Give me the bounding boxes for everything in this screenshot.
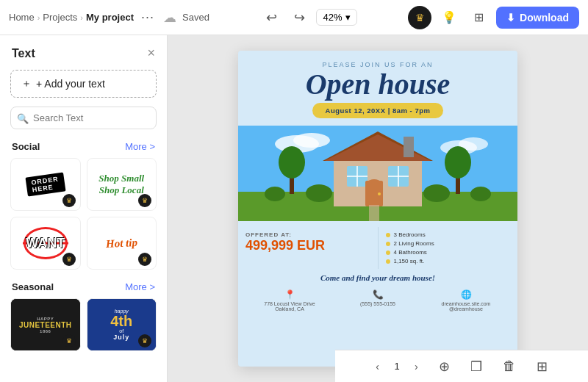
social-more-button[interactable]: More > [125, 141, 155, 152]
topbar-right: ♛ 💡 ⊞ ⬇ Download [408, 6, 579, 29]
breadcrumb-home[interactable]: Home [9, 12, 35, 23]
main-layout: Text × ＋ + Add your text 🔍 Social More >… [0, 35, 588, 382]
canvas-wrapper: Please join us for an Open house August … [238, 51, 517, 367]
canvas-area[interactable]: Please join us for an Open house August … [168, 35, 588, 382]
feature-sqft: 1,150 sq. ft. [386, 258, 511, 264]
feature-dot [386, 233, 390, 237]
card-hot-tip[interactable]: Hot tip ♛ [87, 217, 157, 270]
svg-point-24 [279, 146, 305, 179]
july-july: July [113, 334, 129, 341]
crown-badge: ♛ [138, 194, 151, 207]
juneteenth-text: JUNETEENTH [19, 321, 72, 329]
redo-button[interactable]: ↪ [288, 7, 310, 29]
contact-website: 🌐 dreamhouse.site.com @dreamhouse [422, 289, 510, 311]
poster-title: Open house [253, 68, 503, 101]
july-of: of [119, 328, 123, 334]
feature-bedrooms: 3 Bedrooms [386, 231, 511, 238]
card-want[interactable]: WANT ♛ [10, 217, 81, 270]
card-juneteenth[interactable]: HAPPY JUNETEENTH 1866 ♛ [10, 298, 81, 351]
seasonal-cards-grid: HAPPY JUNETEENTH 1866 ♛ happy 4th of Jul… [0, 298, 167, 360]
contact-handle: @dreamhouse [422, 306, 510, 311]
next-page-button[interactable]: › [410, 358, 423, 375]
search-input[interactable] [10, 107, 157, 129]
seasonal-more-button[interactable]: More > [125, 281, 155, 292]
crown-badge: ♛ [62, 253, 76, 266]
map-pin-icon: 📍 [245, 289, 334, 300]
poster-top: Please join us for an Open house August … [238, 51, 517, 121]
zoom-control[interactable]: 42% ▾ [316, 9, 356, 26]
bottom-toolbar: ‹ 1 › ⊕ ❒ 🗑 ⊞ [335, 350, 588, 382]
breadcrumb-projects[interactable]: Projects [43, 12, 77, 23]
breadcrumb: Home › Projects › My project [9, 12, 134, 23]
poster-info: OFFERED AT: 499,999 EUR 3 Bedrooms 2 Liv… [238, 221, 517, 269]
copy-page-button[interactable]: ❒ [466, 356, 487, 378]
add-page-button[interactable]: ⊕ [434, 356, 454, 378]
contact-phone: 📞 (555) 555-0155 [334, 289, 422, 311]
download-icon: ⬇ [506, 12, 515, 24]
undo-button[interactable]: ↩ [260, 7, 282, 29]
poster-price-section: OFFERED AT: 499,999 EUR [238, 227, 379, 269]
phone-icon: 📞 [334, 289, 422, 300]
panel-close-button[interactable]: × [147, 46, 155, 61]
contact-website-url: dreamhouse.site.com [422, 301, 510, 306]
svg-point-21 [378, 192, 381, 195]
price: 499,999 EUR [245, 238, 370, 253]
seasonal-section-header: Seasonal More > [0, 278, 167, 298]
feature-dot [386, 242, 390, 246]
order-here-text: ORDERHERE [25, 173, 65, 197]
feature-bathrooms-text: 4 Bathrooms [394, 249, 427, 256]
svg-point-26 [445, 146, 471, 179]
card-shop-local[interactable]: Shop SmallShop Local ♛ [87, 158, 157, 211]
svg-rect-22 [369, 205, 379, 221]
poster-features: 3 Bedrooms 2 Living Rooms 4 Bathrooms [379, 227, 518, 269]
add-text-button[interactable]: ＋ + Add your text [10, 70, 157, 98]
saved-status: Saved [182, 12, 209, 23]
shop-local-text: Shop SmallShop Local [98, 173, 144, 195]
svg-point-8 [470, 187, 491, 201]
lightbulb-button[interactable]: 💡 [437, 6, 461, 29]
search-icon: 🔍 [17, 112, 29, 123]
svg-point-6 [306, 184, 332, 202]
card-order-here[interactable]: ORDERHERE ♛ [10, 158, 81, 211]
svg-point-2 [293, 133, 330, 148]
poster: Please join us for an Open house August … [238, 51, 517, 367]
delete-page-button[interactable]: 🗑 [498, 356, 520, 377]
user-avatar[interactable]: ♛ [408, 6, 431, 29]
contact-address-line1: 778 Locust View Drive [245, 301, 334, 306]
social-section-title: Social [12, 141, 40, 152]
social-cards-grid: ORDERHERE ♛ Shop SmallShop Local ♛ WANT … [0, 158, 167, 278]
poster-photo [238, 126, 517, 221]
download-label: Download [520, 12, 569, 24]
page-nav: ‹ 1 › [371, 358, 422, 375]
poster-date-badge: August 12, 20XX | 8am - 7pm [312, 103, 444, 118]
panel-title: Text [12, 47, 35, 60]
feature-bedrooms-text: 3 Bedrooms [394, 231, 426, 238]
feature-sqft-text: 1,150 sq. ft. [394, 258, 425, 264]
grid-button[interactable]: ⊞ [467, 6, 490, 29]
cloud-icon: ☁ [163, 10, 176, 26]
seasonal-section-title: Seasonal [12, 281, 54, 292]
crown-badge: ♛ [138, 334, 151, 347]
want-inner: WANT [24, 227, 68, 259]
svg-point-9 [265, 187, 285, 201]
july-num: 4th [110, 314, 132, 328]
grid-view-button[interactable]: ⊞ [532, 356, 552, 378]
more-options-button[interactable]: ··· [141, 10, 154, 25]
topbar: Home › Projects › My project ··· ☁ Saved… [0, 0, 588, 35]
panel-header: Text × [0, 35, 167, 67]
offered-at: OFFERED AT: [245, 231, 370, 238]
crown-icon: ♛ [415, 12, 425, 24]
search-box: 🔍 [10, 107, 157, 129]
breadcrumb-chevron1: › [37, 13, 40, 22]
poster-cta: Come and find your dream house! [238, 269, 517, 286]
prev-page-button[interactable]: ‹ [371, 358, 384, 375]
download-button[interactable]: ⬇ Download [496, 7, 579, 29]
house-illustration [238, 126, 517, 221]
breadcrumb-current[interactable]: My project [86, 12, 134, 23]
crown-badge: ♛ [138, 253, 151, 266]
svg-rect-13 [404, 137, 414, 157]
feature-living-rooms-text: 2 Living Rooms [394, 240, 434, 247]
card-july4[interactable]: happy 4th of July ♛ [87, 298, 157, 351]
contact-address-line2: Oakland, CA [245, 306, 334, 311]
juneteenth-year: 1866 [40, 329, 51, 334]
